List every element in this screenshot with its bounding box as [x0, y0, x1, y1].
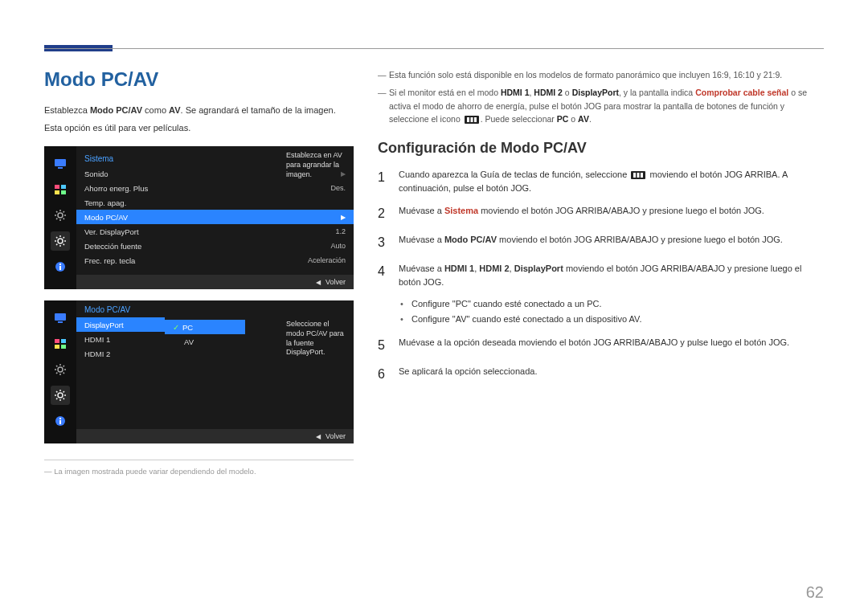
osd-row-selected: Modo PC/AV▶ — [76, 210, 354, 224]
osd-source-row-selected: DisplayPort — [76, 317, 165, 332]
chevron-right-icon: ▶ — [341, 214, 346, 221]
intro-line-1: Establezca Modo PC/AV como AV. Se agrand… — [44, 104, 354, 118]
t: HDMI 1 — [501, 88, 530, 97]
t: . Puede seleccionar — [481, 114, 557, 124]
osd-help-text: Establezca en AV para agrandar la imagen… — [281, 151, 354, 179]
settings1-icon — [51, 360, 70, 379]
svg-point-6 — [58, 213, 63, 218]
svg-rect-5 — [61, 190, 66, 194]
note-1: Esta función solo está disponible en los… — [378, 68, 824, 81]
osd-sidebar — [44, 300, 76, 443]
t: Muévase a — [399, 264, 444, 273]
picture-icon — [51, 334, 70, 353]
osd-footer-label: Volver — [326, 432, 346, 440]
settings2-icon — [51, 231, 70, 251]
menu-icon — [465, 116, 479, 124]
svg-rect-16 — [61, 345, 66, 349]
t: Muévase a — [399, 206, 444, 215]
t: Modo PC/AV — [90, 105, 142, 115]
svg-rect-15 — [55, 345, 59, 349]
step-6: 6 Se aplicará la opción seleccionada. — [378, 365, 824, 384]
bullet: Configure "PC" cuando esté conectado a u… — [400, 296, 824, 312]
svg-point-7 — [58, 239, 63, 243]
step-1: 1 Cuando aparezca la Guía de teclas de f… — [378, 168, 824, 194]
osd-row: Ver. DisplayPort1.2 — [76, 224, 354, 239]
t: HDMI 2 — [534, 88, 563, 97]
picture-icon — [51, 180, 70, 199]
osd-footer-label: Volver — [326, 278, 346, 286]
step-number: 2 — [378, 204, 399, 223]
t: Muévase a la opción deseada moviendo el … — [399, 336, 824, 355]
chevron-left-icon: ◀ — [316, 279, 321, 286]
osd-title: Modo PC/AV — [76, 300, 165, 317]
svg-rect-13 — [55, 339, 59, 343]
svg-rect-20 — [59, 420, 61, 424]
t: Cuando aparezca la Guía de teclas de fun… — [399, 170, 629, 179]
svg-rect-21 — [59, 418, 61, 419]
settings1-icon — [51, 206, 70, 225]
page-number: 62 — [806, 583, 824, 602]
info-icon — [51, 257, 70, 276]
osd-footer: ◀Volver — [76, 429, 354, 443]
osd-source-row: HDMI 1 — [76, 332, 165, 346]
step-number: 3 — [378, 233, 399, 252]
svg-rect-10 — [59, 264, 61, 265]
step-number: 5 — [378, 336, 399, 355]
osd-row: Frec. rep. teclaAceleración — [76, 253, 354, 268]
t: Si el monitor está en el modo — [389, 88, 501, 97]
info-icon — [51, 411, 70, 431]
bullet: Configure "AV" cuando esté conectado a u… — [400, 312, 824, 327]
svg-rect-12 — [58, 321, 63, 323]
t: . Se agrandará el tamaño de la imagen. — [181, 105, 336, 115]
t: PC — [557, 114, 569, 124]
t: DisplayPort — [514, 264, 563, 273]
osd-row: Ahorro energ. PlusDes. — [76, 181, 354, 195]
osd-screenshot-pcav: Modo PC/AV DisplayPort HDMI 1 HDMI 2 ✓PC… — [44, 300, 354, 443]
step-number: 4 — [378, 262, 399, 288]
section-heading: Configuración de Modo PC/AV — [378, 140, 824, 157]
svg-rect-27 — [633, 173, 636, 178]
chevron-left-icon: ◀ — [316, 433, 321, 440]
svg-rect-14 — [61, 339, 66, 343]
osd-row: Temp. apag. — [76, 195, 354, 210]
osd-source-row: HDMI 2 — [76, 346, 165, 361]
monitor-icon — [51, 309, 70, 328]
divider — [44, 460, 354, 460]
t: HDMI 2 — [479, 264, 509, 273]
osd-help-text: Seleccione el modo PC/AV para la fuente … — [281, 320, 354, 358]
svg-point-18 — [58, 393, 63, 398]
t: o — [568, 114, 578, 124]
note-2: Si el monitor está en el modo HDMI 1, HD… — [378, 86, 824, 125]
svg-rect-0 — [55, 159, 66, 166]
t: o — [563, 88, 572, 97]
step-5: 5 Muévase a la opción deseada moviendo e… — [378, 336, 824, 355]
step-4: 4 Muévase a HDMI 1, HDMI 2, DisplayPort … — [378, 262, 824, 288]
t: Se aplicará la opción seleccionada. — [399, 365, 824, 384]
t: AV — [578, 114, 589, 124]
t: Muévase a — [399, 235, 444, 244]
t: DisplayPort — [572, 88, 619, 97]
step-2: 2 Muévase a Sistema moviendo el botón JO… — [378, 204, 824, 223]
t: moviendo el botón JOG ARRIBA/ABAJO y pre… — [478, 206, 764, 215]
t: Comprobar cable señal — [695, 88, 788, 97]
monitor-icon — [51, 154, 70, 174]
svg-rect-4 — [55, 190, 59, 194]
step-number: 1 — [378, 168, 399, 194]
svg-rect-24 — [470, 117, 473, 122]
step-4-bullets: Configure "PC" cuando esté conectado a u… — [400, 296, 824, 326]
osd-sidebar — [44, 146, 76, 289]
svg-rect-28 — [637, 173, 640, 178]
svg-rect-29 — [641, 173, 643, 178]
osd-mode-row: AV — [165, 334, 245, 349]
step-number: 6 — [378, 365, 399, 384]
t: . — [589, 114, 592, 124]
svg-rect-2 — [55, 185, 59, 189]
svg-point-17 — [58, 367, 63, 372]
t: moviendo el botón JOG ARRIBA/ABAJO y pre… — [497, 235, 783, 244]
svg-rect-1 — [58, 167, 63, 169]
t: Modo PC/AV — [444, 235, 497, 244]
settings2-icon — [51, 386, 70, 405]
t: La imagen mostrada puede variar dependie… — [54, 467, 256, 476]
t: Establezca — [44, 105, 90, 115]
t: HDMI 1 — [444, 264, 474, 273]
